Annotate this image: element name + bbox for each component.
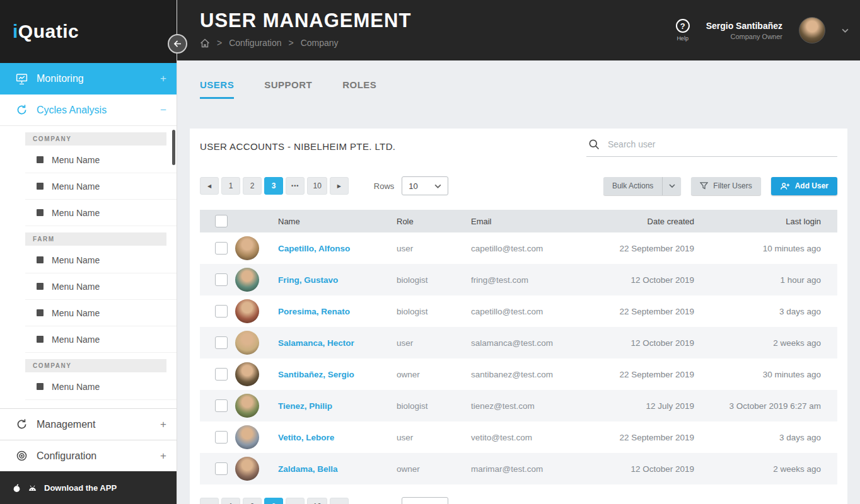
user-role-cell: user — [397, 338, 471, 348]
row-checkbox[interactable] — [215, 305, 228, 318]
table-header-row: Name Role Email Date created Last login — [200, 210, 837, 232]
add-user-label: Add User — [795, 181, 828, 190]
submenu-item-label: Menu Name — [52, 382, 100, 392]
submenu-item[interactable]: Menu Name — [25, 374, 177, 400]
prev-page-button[interactable]: ◀ — [200, 177, 219, 195]
rows-per-page-group: Rows 10 — [374, 497, 449, 504]
submenu-item[interactable]: Menu Name — [25, 300, 177, 326]
user-role-label: Company Owner — [706, 33, 782, 40]
user-name-link[interactable]: Salamanca, Hector — [273, 338, 397, 348]
pagination-ellipsis[interactable]: ••• — [286, 498, 305, 504]
submenu-item[interactable]: Menu Name — [25, 173, 177, 200]
user-name-link[interactable]: Capetillo, Alfonso — [273, 244, 397, 253]
user-name-link[interactable]: Santibañez, Sergio — [273, 370, 397, 379]
tab-roles[interactable]: ROLES — [342, 79, 376, 99]
pagination-ellipsis[interactable]: ••• — [286, 177, 305, 195]
home-icon[interactable] — [200, 38, 210, 48]
page-button-10[interactable]: 10 — [307, 177, 327, 195]
expand-plus-icon[interactable]: + — [160, 450, 166, 462]
expand-plus-icon[interactable]: + — [160, 418, 166, 431]
user-email-cell: vetito@test.com — [471, 433, 608, 442]
help-label: Help — [677, 35, 689, 42]
sidebar-item-management[interactable]: Management + — [0, 408, 177, 440]
page-button-10[interactable]: 10 — [307, 498, 327, 504]
date-created-cell: 22 September 2019 — [608, 307, 694, 316]
sidebar-item-monitoring[interactable]: Monitoring + — [0, 63, 177, 94]
submenu-scrollbar[interactable] — [172, 130, 175, 165]
last-login-cell: 1 hour ago — [694, 275, 837, 285]
bulk-actions-button[interactable]: Bulk Actions — [603, 177, 681, 195]
submenu-item[interactable]: Menu Name — [25, 200, 177, 226]
user-email-cell: salamanca@test.com — [471, 338, 608, 348]
submenu-item-label: Menu Name — [52, 181, 100, 192]
breadcrumb-configuration[interactable]: Configuration — [229, 38, 281, 48]
user-avatar-header[interactable] — [799, 17, 825, 43]
user-name: Sergio Santibañez — [706, 21, 782, 31]
main-area: USER MANAGEMENT > Configuration > Compan… — [177, 0, 860, 504]
search-input[interactable] — [608, 139, 836, 149]
rows-per-page-select[interactable]: 10 — [402, 176, 448, 195]
chevron-down-icon[interactable] — [842, 28, 849, 33]
iquatic-logo[interactable]: iQuatic — [13, 21, 79, 42]
rows-per-page-select[interactable]: 10 — [402, 497, 448, 504]
submenu-item[interactable]: Menu Name — [25, 273, 177, 300]
prev-page-button[interactable]: ◀ — [200, 498, 219, 504]
column-header-name: Name — [273, 217, 397, 226]
back-button[interactable] — [168, 34, 187, 54]
download-app-label: Download the APP — [44, 483, 117, 493]
collapse-minus-icon[interactable]: − — [160, 104, 166, 117]
user-name-link[interactable]: Vetito, Lebore — [273, 433, 397, 442]
apple-icon — [13, 483, 21, 493]
user-name-link[interactable]: Poresima, Renato — [273, 307, 397, 316]
tab-support[interactable]: SUPPORT — [264, 79, 312, 99]
date-created-cell: 22 September 2019 — [608, 370, 694, 379]
last-login-cell: 2 weeks ago — [694, 464, 837, 474]
bulk-actions-dropdown[interactable] — [662, 177, 681, 195]
sidebar-item-configuration[interactable]: Configuration + — [0, 440, 177, 471]
sidebar-item-cycles-analysis[interactable]: Cycles Analysis − — [0, 94, 177, 126]
row-checkbox[interactable] — [215, 462, 228, 475]
submenu-item[interactable]: Menu Name — [25, 326, 177, 353]
user-name-link[interactable]: Fring, Gustavo — [273, 275, 397, 285]
sidebar-item-label: Monitoring — [37, 73, 84, 84]
row-checkbox[interactable] — [215, 399, 228, 412]
date-created-cell: 12 July 2019 — [608, 401, 694, 411]
add-user-button[interactable]: Add User — [771, 177, 837, 195]
search-icon — [588, 138, 600, 151]
page-button-3[interactable]: 3 — [264, 177, 283, 195]
next-page-button[interactable]: ▶ — [330, 498, 349, 504]
row-checkbox[interactable] — [215, 273, 228, 286]
page-button-2[interactable]: 2 — [243, 498, 262, 504]
download-app-bar[interactable]: Download the APP — [0, 471, 177, 504]
logo-i: i — [13, 21, 18, 42]
select-all-checkbox[interactable] — [215, 215, 228, 227]
row-checkbox[interactable] — [215, 368, 228, 381]
user-email-cell: tienez@test.com — [471, 401, 608, 411]
expand-plus-icon[interactable]: + — [160, 72, 166, 85]
tab-users[interactable]: USERS — [200, 79, 234, 99]
page-button-2[interactable]: 2 — [243, 177, 262, 195]
help-button[interactable]: ? Help — [676, 19, 690, 42]
next-page-button[interactable]: ▶ — [330, 177, 349, 195]
pagination: ◀123•••10▶ — [200, 177, 349, 195]
column-header-email: Email — [471, 217, 608, 226]
submenu-item[interactable]: Menu Name — [25, 247, 177, 273]
row-checkbox[interactable] — [215, 431, 228, 444]
page-button-3[interactable]: 3 — [264, 498, 283, 504]
user-name-link[interactable]: Zaldama, Bella — [273, 464, 397, 474]
page-button-1[interactable]: 1 — [221, 177, 240, 195]
row-checkbox[interactable] — [215, 242, 228, 255]
row-checkbox[interactable] — [215, 336, 228, 349]
table-row: Tienez, Philipbiologisttienez@test.com12… — [200, 390, 837, 421]
user-name-link[interactable]: Tienez, Philip — [273, 401, 397, 411]
filter-users-button[interactable]: Filter Users — [691, 177, 760, 195]
breadcrumb-company[interactable]: Company — [301, 38, 339, 48]
table-row: Zaldama, Bellaownermarimar@test.com12 Oc… — [200, 453, 837, 484]
user-avatar — [235, 362, 259, 386]
table-row: Salamanca, Hectorusersalamanca@test.com1… — [200, 327, 837, 358]
submenu-item[interactable]: Menu Name — [25, 147, 177, 173]
page-button-1[interactable]: 1 — [221, 498, 240, 504]
sidebar-item-label: Management — [37, 419, 95, 430]
user-menu[interactable]: Sergio Santibañez Company Owner — [706, 21, 782, 40]
top-toolbar: ◀123•••10▶ Rows 10 Bulk Actions Filter — [200, 176, 837, 195]
